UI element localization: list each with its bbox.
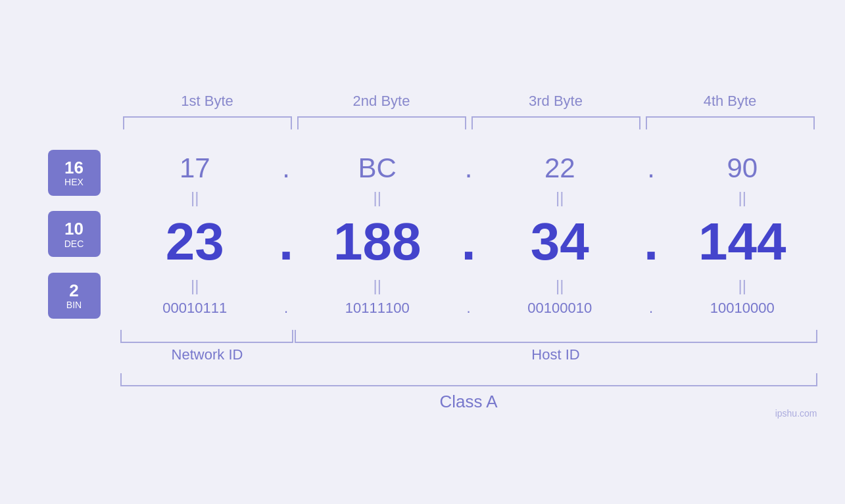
- bin-b1: 00010111: [120, 300, 270, 317]
- eq2-b2: ||: [302, 277, 452, 295]
- hex-b2: BC: [302, 152, 452, 184]
- class-section: Class A: [28, 373, 817, 412]
- bracket-host: [295, 330, 817, 343]
- equals-row-1: || || || ||: [120, 187, 817, 208]
- eq2-sp3: [635, 277, 667, 295]
- hex-base-number: 16: [64, 158, 84, 177]
- network-host-labels: Network ID Host ID: [120, 346, 817, 363]
- bin-base-number: 2: [69, 281, 78, 300]
- bin-b4: 10010000: [667, 300, 817, 317]
- dec-base-name: DEC: [64, 239, 84, 249]
- eq1-sp1: [270, 189, 302, 207]
- bin-dot-1: .: [270, 300, 302, 317]
- eq2-b3: ||: [485, 277, 635, 295]
- hex-b1: 17: [120, 152, 270, 184]
- dec-dot-2: .: [452, 212, 485, 272]
- host-id-label: Host ID: [295, 346, 817, 363]
- eq1-sp2: [452, 189, 485, 207]
- equals-row-2: || || || ||: [120, 275, 817, 296]
- byte1-header: 1st Byte: [120, 93, 295, 110]
- bin-dot-3: .: [635, 300, 667, 317]
- bin-base-name: BIN: [66, 300, 82, 310]
- bracket-top-1: [123, 116, 292, 129]
- hex-b3: 22: [485, 152, 635, 184]
- hex-dot-2: .: [452, 152, 485, 184]
- eq1-b2: ||: [302, 189, 452, 207]
- bin-row: 00010111 . 10111100 . 00100010 . 1001000…: [120, 296, 817, 327]
- dec-badge: 10 DEC: [48, 211, 101, 257]
- bin-badge: 2 BIN: [48, 273, 101, 319]
- hex-badge: 16 HEX: [48, 150, 101, 196]
- eq1-b3: ||: [485, 189, 635, 207]
- byte-headers: 1st Byte 2nd Byte 3rd Byte 4th Byte: [28, 93, 817, 110]
- main-data-section: 16 HEX 10 DEC 2 BIN 17 . BC . 22 . 90: [28, 143, 817, 327]
- dec-b1: 23: [120, 212, 270, 272]
- main-container: 1st Byte 2nd Byte 3rd Byte 4th Byte 16 H…: [28, 93, 817, 412]
- hex-b4: 90: [667, 152, 817, 184]
- hex-dot-1: .: [270, 152, 302, 184]
- bottom-section: Network ID Host ID: [28, 330, 817, 370]
- byte3-header: 3rd Byte: [469, 93, 643, 110]
- top-brackets: [28, 116, 817, 129]
- dec-b4: 144: [667, 212, 817, 272]
- bin-b2: 10111100: [302, 300, 452, 317]
- eq1-b4: ||: [667, 189, 817, 207]
- hex-base-name: HEX: [64, 177, 84, 187]
- dec-b3: 34: [485, 212, 635, 272]
- dec-row: 23 . 188 . 34 . 144: [120, 208, 817, 275]
- hex-dot-3: .: [635, 152, 667, 184]
- class-bracket: [120, 373, 817, 386]
- bracket-network: [120, 330, 293, 343]
- class-label: Class A: [120, 392, 817, 412]
- eq2-b1: ||: [120, 277, 270, 295]
- network-id-label: Network ID: [120, 346, 295, 363]
- bin-b3: 00100010: [485, 300, 635, 317]
- hex-row: 17 . BC . 22 . 90: [120, 143, 817, 187]
- byte2-header: 2nd Byte: [295, 93, 469, 110]
- dec-dot-1: .: [270, 212, 302, 272]
- bracket-top-2: [297, 116, 466, 129]
- byte4-header: 4th Byte: [643, 93, 817, 110]
- eq1-sp3: [635, 189, 667, 207]
- eq2-b4: ||: [667, 277, 817, 295]
- bracket-top-4: [646, 116, 815, 129]
- bin-dot-2: .: [452, 300, 485, 317]
- eq2-sp1: [270, 277, 302, 295]
- eq2-sp2: [452, 277, 485, 295]
- dec-b2: 188: [302, 212, 452, 272]
- watermark: ipshu.com: [775, 408, 817, 419]
- bracket-top-3: [471, 116, 640, 129]
- base-labels-column: 16 HEX 10 DEC 2 BIN: [28, 143, 120, 327]
- data-grid: 17 . BC . 22 . 90 || || || || 23: [120, 143, 817, 327]
- dec-dot-3: .: [635, 212, 667, 272]
- bottom-brackets-row: [120, 330, 817, 343]
- dec-base-number: 10: [64, 219, 84, 239]
- eq1-b1: ||: [120, 189, 270, 207]
